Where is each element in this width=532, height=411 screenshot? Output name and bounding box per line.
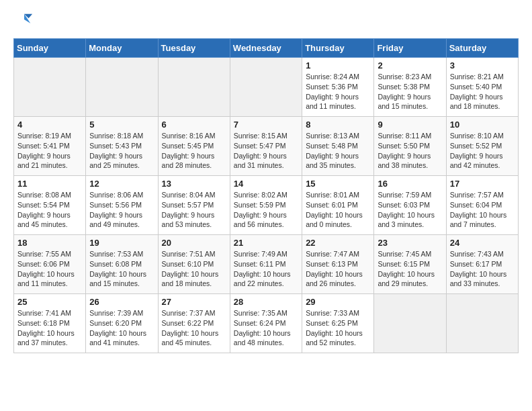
day-number: 12 bbox=[89, 179, 154, 189]
day-info: Sunrise: 7:59 AM Sunset: 6:03 PM Dayligh… bbox=[378, 190, 442, 230]
day-number: 15 bbox=[306, 179, 370, 189]
calendar-cell: 12Sunrise: 8:06 AM Sunset: 5:56 PM Dayli… bbox=[86, 176, 158, 235]
calendar-cell bbox=[230, 58, 302, 117]
day-info: Sunrise: 7:43 AM Sunset: 6:17 PM Dayligh… bbox=[450, 249, 515, 289]
header bbox=[13, 11, 519, 33]
day-number: 20 bbox=[162, 238, 226, 248]
day-number: 10 bbox=[450, 120, 515, 130]
day-info: Sunrise: 8:24 AM Sunset: 5:36 PM Dayligh… bbox=[306, 72, 370, 111]
day-info: Sunrise: 8:13 AM Sunset: 5:48 PM Dayligh… bbox=[306, 131, 370, 171]
calendar-cell: 21Sunrise: 7:49 AM Sunset: 6:11 PM Dayli… bbox=[230, 235, 302, 294]
day-info: Sunrise: 8:11 AM Sunset: 5:50 PM Dayligh… bbox=[378, 131, 442, 171]
day-number: 29 bbox=[306, 297, 370, 307]
calendar-week-row: 1Sunrise: 8:24 AM Sunset: 5:36 PM Daylig… bbox=[14, 58, 519, 117]
calendar-cell bbox=[158, 58, 230, 117]
day-number: 26 bbox=[89, 297, 154, 307]
calendar-cell: 19Sunrise: 7:53 AM Sunset: 6:08 PM Dayli… bbox=[86, 235, 158, 294]
day-number: 16 bbox=[378, 179, 442, 189]
calendar-cell: 27Sunrise: 7:37 AM Sunset: 6:22 PM Dayli… bbox=[158, 294, 230, 353]
day-number: 11 bbox=[17, 179, 82, 189]
day-info: Sunrise: 8:16 AM Sunset: 5:45 PM Dayligh… bbox=[162, 131, 226, 171]
day-number: 5 bbox=[89, 120, 154, 130]
day-info: Sunrise: 7:39 AM Sunset: 6:20 PM Dayligh… bbox=[89, 308, 154, 348]
day-number: 25 bbox=[17, 297, 82, 307]
weekday-header-cell: Thursday bbox=[302, 39, 374, 58]
calendar-cell: 20Sunrise: 7:51 AM Sunset: 6:10 PM Dayli… bbox=[158, 235, 230, 294]
day-number: 2 bbox=[378, 60, 442, 71]
calendar-cell bbox=[14, 58, 86, 117]
day-info: Sunrise: 8:02 AM Sunset: 5:59 PM Dayligh… bbox=[234, 190, 298, 230]
calendar-body: 1Sunrise: 8:24 AM Sunset: 5:36 PM Daylig… bbox=[14, 58, 519, 353]
calendar-cell: 6Sunrise: 8:16 AM Sunset: 5:45 PM Daylig… bbox=[158, 117, 230, 176]
day-number: 28 bbox=[234, 297, 298, 307]
day-info: Sunrise: 8:10 AM Sunset: 5:52 PM Dayligh… bbox=[450, 131, 515, 171]
calendar-cell: 25Sunrise: 7:41 AM Sunset: 6:18 PM Dayli… bbox=[14, 294, 86, 353]
calendar-cell: 15Sunrise: 8:01 AM Sunset: 6:01 PM Dayli… bbox=[302, 176, 374, 235]
calendar-cell: 8Sunrise: 8:13 AM Sunset: 5:48 PM Daylig… bbox=[302, 117, 374, 176]
day-number: 3 bbox=[450, 60, 515, 71]
calendar-week-row: 11Sunrise: 8:08 AM Sunset: 5:54 PM Dayli… bbox=[14, 176, 519, 235]
day-number: 17 bbox=[450, 179, 515, 189]
day-info: Sunrise: 7:51 AM Sunset: 6:10 PM Dayligh… bbox=[162, 249, 226, 289]
day-info: Sunrise: 8:06 AM Sunset: 5:56 PM Dayligh… bbox=[89, 190, 154, 230]
day-info: Sunrise: 8:04 AM Sunset: 5:57 PM Dayligh… bbox=[162, 190, 226, 230]
calendar-cell: 22Sunrise: 7:47 AM Sunset: 6:13 PM Dayli… bbox=[302, 235, 374, 294]
calendar-cell: 11Sunrise: 8:08 AM Sunset: 5:54 PM Dayli… bbox=[14, 176, 86, 235]
calendar-cell bbox=[446, 294, 518, 353]
logo-text bbox=[13, 11, 34, 33]
calendar-week-row: 4Sunrise: 8:19 AM Sunset: 5:41 PM Daylig… bbox=[14, 117, 519, 176]
day-info: Sunrise: 7:41 AM Sunset: 6:18 PM Dayligh… bbox=[17, 308, 82, 348]
day-number: 22 bbox=[306, 238, 370, 248]
calendar-cell: 16Sunrise: 7:59 AM Sunset: 6:03 PM Dayli… bbox=[374, 176, 446, 235]
weekday-header-cell: Friday bbox=[374, 39, 446, 58]
calendar-cell: 1Sunrise: 8:24 AM Sunset: 5:36 PM Daylig… bbox=[302, 58, 374, 117]
calendar-cell: 24Sunrise: 7:43 AM Sunset: 6:17 PM Dayli… bbox=[446, 235, 518, 294]
calendar-cell: 7Sunrise: 8:15 AM Sunset: 5:47 PM Daylig… bbox=[230, 117, 302, 176]
weekday-header-cell: Wednesday bbox=[230, 39, 302, 58]
day-info: Sunrise: 7:53 AM Sunset: 6:08 PM Dayligh… bbox=[89, 249, 154, 289]
calendar-cell: 28Sunrise: 7:35 AM Sunset: 6:24 PM Dayli… bbox=[230, 294, 302, 353]
calendar-cell: 9Sunrise: 8:11 AM Sunset: 5:50 PM Daylig… bbox=[374, 117, 446, 176]
day-number: 19 bbox=[89, 238, 154, 248]
weekday-header-cell: Tuesday bbox=[158, 39, 230, 58]
day-number: 21 bbox=[234, 238, 298, 248]
day-info: Sunrise: 7:33 AM Sunset: 6:25 PM Dayligh… bbox=[306, 308, 370, 348]
day-number: 8 bbox=[306, 120, 370, 130]
calendar-cell: 5Sunrise: 8:18 AM Sunset: 5:43 PM Daylig… bbox=[86, 117, 158, 176]
weekday-header-cell: Saturday bbox=[446, 39, 518, 58]
weekday-header-row: SundayMondayTuesdayWednesdayThursdayFrid… bbox=[14, 39, 519, 58]
logo-bird-icon bbox=[15, 11, 34, 30]
day-number: 24 bbox=[450, 238, 515, 248]
day-number: 13 bbox=[162, 179, 226, 189]
day-info: Sunrise: 7:35 AM Sunset: 6:24 PM Dayligh… bbox=[234, 308, 298, 348]
day-number: 23 bbox=[378, 238, 442, 248]
calendar-table: SundayMondayTuesdayWednesdayThursdayFrid… bbox=[13, 38, 519, 353]
day-number: 1 bbox=[306, 60, 370, 71]
calendar-cell: 26Sunrise: 7:39 AM Sunset: 6:20 PM Dayli… bbox=[86, 294, 158, 353]
calendar-week-row: 18Sunrise: 7:55 AM Sunset: 6:06 PM Dayli… bbox=[14, 235, 519, 294]
day-number: 4 bbox=[17, 120, 82, 130]
day-info: Sunrise: 7:55 AM Sunset: 6:06 PM Dayligh… bbox=[17, 249, 82, 289]
calendar-cell: 18Sunrise: 7:55 AM Sunset: 6:06 PM Dayli… bbox=[14, 235, 86, 294]
day-info: Sunrise: 8:23 AM Sunset: 5:38 PM Dayligh… bbox=[378, 72, 442, 111]
day-info: Sunrise: 7:37 AM Sunset: 6:22 PM Dayligh… bbox=[162, 308, 226, 348]
day-number: 14 bbox=[234, 179, 298, 189]
calendar-cell: 17Sunrise: 7:57 AM Sunset: 6:04 PM Dayli… bbox=[446, 176, 518, 235]
calendar-cell bbox=[374, 294, 446, 353]
calendar-cell: 23Sunrise: 7:45 AM Sunset: 6:15 PM Dayli… bbox=[374, 235, 446, 294]
calendar-cell: 3Sunrise: 8:21 AM Sunset: 5:40 PM Daylig… bbox=[446, 58, 518, 117]
day-info: Sunrise: 8:01 AM Sunset: 6:01 PM Dayligh… bbox=[306, 190, 370, 230]
day-number: 7 bbox=[234, 120, 298, 130]
day-info: Sunrise: 8:21 AM Sunset: 5:40 PM Dayligh… bbox=[450, 72, 515, 111]
day-info: Sunrise: 8:18 AM Sunset: 5:43 PM Dayligh… bbox=[89, 131, 154, 171]
day-number: 18 bbox=[17, 238, 82, 248]
calendar-cell: 4Sunrise: 8:19 AM Sunset: 5:41 PM Daylig… bbox=[14, 117, 86, 176]
day-number: 27 bbox=[162, 297, 226, 307]
day-info: Sunrise: 7:47 AM Sunset: 6:13 PM Dayligh… bbox=[306, 249, 370, 289]
calendar-cell: 10Sunrise: 8:10 AM Sunset: 5:52 PM Dayli… bbox=[446, 117, 518, 176]
calendar-week-row: 25Sunrise: 7:41 AM Sunset: 6:18 PM Dayli… bbox=[14, 294, 519, 353]
day-info: Sunrise: 8:08 AM Sunset: 5:54 PM Dayligh… bbox=[17, 190, 82, 230]
day-number: 6 bbox=[162, 120, 226, 130]
page: SundayMondayTuesdayWednesdayThursdayFrid… bbox=[0, 0, 532, 364]
weekday-header-cell: Monday bbox=[86, 39, 158, 58]
